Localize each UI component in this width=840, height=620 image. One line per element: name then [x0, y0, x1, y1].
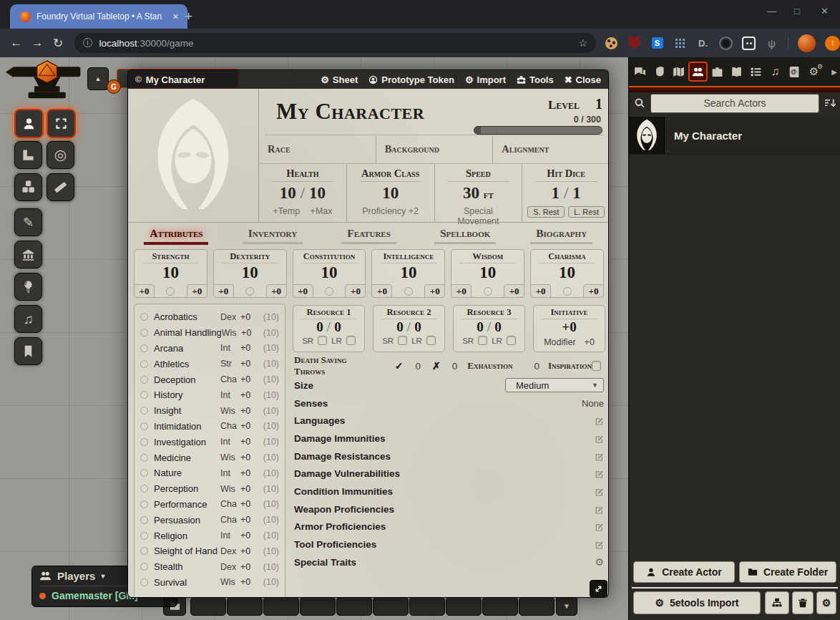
ability-save[interactable]: +0 [504, 284, 524, 298]
sheet-window-header[interactable]: © My Character ⚙ Sheet Prototype Token ⚙… [127, 69, 609, 89]
macro-page-down-button[interactable]: ▼ [556, 596, 577, 616]
macro-slot-4[interactable] [300, 597, 336, 616]
skill-name[interactable]: Nature [154, 468, 220, 478]
sr-checkbox[interactable] [478, 336, 487, 345]
speed-value[interactable]: 30 [463, 184, 479, 202]
close-window-button[interactable]: ✖ Close [565, 74, 601, 85]
tab-spellbook[interactable]: Spellbook [417, 227, 514, 244]
skill-name[interactable]: Animal Handling [154, 327, 222, 338]
edit-icon[interactable] [595, 540, 604, 549]
skill-name[interactable]: Performance [154, 499, 220, 510]
foundry-anvil-logo[interactable] [4, 60, 84, 106]
ability-save[interactable]: +0 [345, 284, 366, 298]
hd-current[interactable]: 1 [551, 184, 560, 202]
macro-slot-9[interactable] [482, 597, 518, 616]
create-actor-button[interactable]: Create Actor [633, 561, 735, 583]
skill-name[interactable]: Arcana [154, 343, 220, 354]
window-resize-handle[interactable] [590, 580, 607, 598]
tab-inventory[interactable]: Inventory [225, 227, 321, 244]
short-rest-button[interactable]: S. Rest [527, 206, 565, 218]
ability-mod[interactable]: +0 [371, 284, 392, 298]
ability-save[interactable]: +0 [424, 284, 445, 298]
skill-name[interactable]: Persuasion [154, 515, 220, 525]
macro-slot-2[interactable] [227, 597, 263, 616]
tab-biography[interactable]: Biography [513, 227, 609, 244]
ability-name[interactable]: Strength [135, 251, 207, 262]
macro-slot-8[interactable] [446, 597, 482, 616]
dots-extension-icon[interactable] [742, 37, 756, 50]
ability-mod[interactable]: +0 [530, 284, 551, 298]
forward-button[interactable]: → [26, 36, 47, 50]
ability-save[interactable]: +0 [266, 284, 287, 298]
race-field[interactable]: Race [259, 136, 376, 163]
hp-tempmax-label[interactable]: +Max [311, 206, 333, 216]
skill-prof-radio[interactable] [140, 547, 148, 555]
tab-journal[interactable] [727, 62, 746, 82]
tool-select-target[interactable] [47, 109, 76, 138]
tool-sounds[interactable]: ♫ [14, 305, 42, 333]
config-gear-icon[interactable]: ⚙ [595, 556, 604, 568]
skill-name[interactable]: Medicine [154, 452, 220, 463]
tool-tiles[interactable] [14, 241, 42, 268]
background-field[interactable]: Background [376, 136, 493, 163]
resource-value[interactable]: 0 [477, 319, 484, 334]
reload-button[interactable]: ↻ [48, 36, 69, 51]
actor-avatar[interactable] [629, 117, 665, 154]
lr-checkbox[interactable] [346, 336, 356, 345]
back-button[interactable]: ← [6, 36, 26, 50]
skill-prof-radio[interactable] [140, 516, 148, 524]
browser-update-icon[interactable]: ↑ [825, 36, 840, 51]
tab-compendium[interactable]: @ [785, 62, 804, 82]
resource-value[interactable]: 0 [396, 319, 404, 334]
tab-items[interactable] [708, 62, 727, 82]
delete-button[interactable] [792, 591, 814, 614]
resource-value[interactable]: 0 [316, 319, 323, 334]
proficiency-radio[interactable] [484, 287, 492, 296]
proficiency-radio[interactable] [166, 287, 175, 296]
resource-label[interactable]: Resource 1 [293, 307, 364, 318]
tab-playlists[interactable]: ♫ [766, 62, 785, 82]
ability-score[interactable]: 10 [293, 263, 366, 281]
tab-features[interactable]: Features [321, 227, 417, 244]
configure-button[interactable]: ⚙ [816, 591, 836, 614]
skill-name[interactable]: Perception [154, 483, 220, 494]
ability-mod[interactable]: +0 [213, 284, 234, 298]
macro-slot-5[interactable] [336, 597, 372, 616]
ability-score[interactable]: 10 [372, 263, 444, 281]
macro-slot-6[interactable] [373, 597, 409, 616]
tool-notes[interactable] [14, 337, 42, 365]
resource-label[interactable]: Resource 3 [454, 307, 524, 318]
resource-max[interactable]: 0 [494, 319, 502, 334]
ability-name[interactable]: Charisma [531, 251, 603, 262]
cookie-extension-icon[interactable] [605, 37, 618, 50]
profile-avatar[interactable] [798, 34, 816, 52]
skill-prof-radio[interactable] [140, 329, 148, 336]
skill-prof-radio[interactable] [140, 469, 148, 477]
s-extension-icon[interactable]: S [650, 37, 664, 50]
skill-name[interactable]: Investigation [154, 437, 220, 447]
skill-prof-radio[interactable] [140, 360, 148, 368]
edit-icon[interactable] [595, 452, 604, 461]
tool-drawings[interactable]: ✎ [14, 208, 42, 236]
nav-collapse-button[interactable]: ▲ [87, 67, 109, 90]
skill-name[interactable]: Acrobatics [154, 311, 220, 322]
macro-slot-10[interactable] [519, 597, 555, 616]
address-bar[interactable]: ⓘ localhost:30000/game ☆ [74, 33, 596, 53]
search-actors-input[interactable] [650, 94, 819, 113]
skill-prof-radio[interactable] [140, 532, 148, 540]
skill-name[interactable]: Intimidation [154, 421, 220, 432]
ability-name[interactable]: Intelligence [372, 251, 444, 262]
actor-list-item[interactable]: My Character [629, 117, 840, 155]
tool-ruler[interactable] [14, 141, 42, 169]
character-portrait[interactable] [128, 89, 259, 223]
tab-close-icon[interactable]: ✕ [170, 12, 182, 21]
character-name[interactable]: My Character [276, 99, 424, 125]
hp-current[interactable]: 10 [280, 184, 296, 202]
tool-lighting[interactable] [14, 273, 42, 301]
macro-slot-1[interactable] [190, 597, 226, 616]
actor-name[interactable]: My Character [674, 130, 742, 142]
skill-prof-radio[interactable] [140, 391, 148, 399]
ac-value[interactable]: 10 [382, 184, 399, 202]
site-info-icon[interactable]: ⓘ [83, 37, 93, 49]
macro-slot-3[interactable] [263, 597, 299, 616]
